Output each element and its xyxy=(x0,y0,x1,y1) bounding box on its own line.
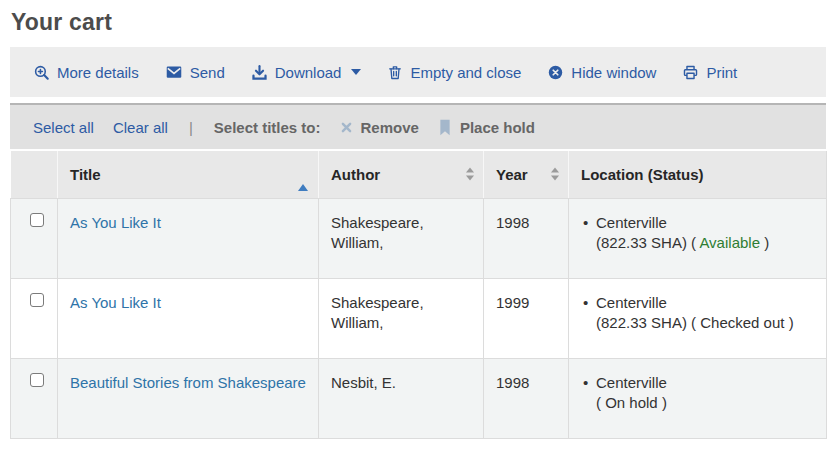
magnify-plus-icon xyxy=(33,64,50,81)
row-checkbox[interactable] xyxy=(30,373,44,387)
place-hold-label: Place hold xyxy=(460,119,535,136)
sort-ascending-icon xyxy=(298,184,308,191)
call-status-line: ( On hold ) xyxy=(596,393,814,413)
location-cell: Centerville (822.33 SHA) ( Available ) xyxy=(569,198,827,278)
location-item: Centerville (822.33 SHA) ( Available ) xyxy=(596,213,814,253)
remove-button[interactable]: Remove xyxy=(340,119,419,136)
x-circle-icon xyxy=(547,64,564,81)
selection-toolbar: Select all Clear all | Select titles to:… xyxy=(10,103,826,149)
title-column-header[interactable]: Title xyxy=(58,151,319,198)
download-button[interactable]: Download xyxy=(251,64,362,81)
library-name: Centerville xyxy=(596,373,814,393)
clear-all-link[interactable]: Clear all xyxy=(113,119,168,136)
empty-and-close-label: Empty and close xyxy=(410,64,521,81)
location-cell: Centerville (822.33 SHA) ( Checked out ) xyxy=(569,278,827,358)
row-checkbox[interactable] xyxy=(30,213,44,227)
author-cell: Shakespeare, William, xyxy=(319,198,484,278)
library-name: Centerville xyxy=(596,213,814,233)
envelope-icon xyxy=(165,64,183,80)
send-label: Send xyxy=(190,64,225,81)
download-label: Download xyxy=(275,64,342,81)
select-column-header xyxy=(11,151,58,198)
title-link[interactable]: As You Like It xyxy=(70,294,161,311)
location-cell: Centerville ( On hold ) xyxy=(569,358,827,438)
status-badge: Available xyxy=(699,234,760,251)
row-checkbox[interactable] xyxy=(30,293,44,307)
bookmark-icon xyxy=(438,119,452,136)
author-cell: Shakespeare, William, xyxy=(319,278,484,358)
title-link[interactable]: As You Like It xyxy=(70,214,161,231)
x-icon xyxy=(340,121,353,134)
author-cell: Nesbit, E. xyxy=(319,358,484,438)
year-cell: 1999 xyxy=(484,278,569,358)
year-header-label: Year xyxy=(496,166,528,183)
select-titles-label: Select titles to: xyxy=(214,119,321,136)
title-header-label: Title xyxy=(70,166,101,183)
print-button[interactable]: Print xyxy=(682,64,737,81)
table-header-row: Title Author Year Location (Status) xyxy=(11,151,827,198)
table-row: As You Like It Shakespeare, William, 199… xyxy=(11,198,827,278)
title-cell: As You Like It xyxy=(58,278,319,358)
year-cell: 1998 xyxy=(484,358,569,438)
hide-window-label: Hide window xyxy=(571,64,656,81)
location-column-header: Location (Status) xyxy=(569,151,827,198)
author-header-label: Author xyxy=(331,166,380,183)
more-details-button[interactable]: More details xyxy=(33,64,139,81)
printer-icon xyxy=(682,64,699,81)
library-name: Centerville xyxy=(596,293,814,313)
year-column-header[interactable]: Year xyxy=(484,151,569,198)
caret-down-icon xyxy=(351,69,361,75)
send-button[interactable]: Send xyxy=(165,64,225,81)
table-row: As You Like It Shakespeare, William, 199… xyxy=(11,278,827,358)
author-column-header[interactable]: Author xyxy=(319,151,484,198)
call-status-line: (822.33 SHA) ( Available ) xyxy=(596,233,814,253)
table-row: Beautiful Stories from Shakespeare Nesbi… xyxy=(11,358,827,438)
place-hold-button[interactable]: Place hold xyxy=(438,119,535,136)
checkbox-cell xyxy=(11,198,58,278)
cart-toolbar: More details Send Download xyxy=(10,47,826,97)
location-item: Centerville (822.33 SHA) ( Checked out ) xyxy=(596,293,814,333)
print-label: Print xyxy=(706,64,737,81)
checkbox-cell xyxy=(11,278,58,358)
more-details-label: More details xyxy=(57,64,139,81)
download-icon xyxy=(251,64,268,81)
title-cell: Beautiful Stories from Shakespeare xyxy=(58,358,319,438)
page-title: Your cart xyxy=(11,9,826,36)
checkbox-cell xyxy=(11,358,58,438)
location-item: Centerville ( On hold ) xyxy=(596,373,814,413)
empty-and-close-button[interactable]: Empty and close xyxy=(387,64,521,81)
sort-both-icon xyxy=(466,168,474,181)
call-status-line: (822.33 SHA) ( Checked out ) xyxy=(596,313,814,333)
cart-window: Your cart More details Send xyxy=(0,0,837,439)
hide-window-button[interactable]: Hide window xyxy=(547,64,656,81)
separator: | xyxy=(189,119,193,136)
select-all-link[interactable]: Select all xyxy=(33,119,94,136)
sort-both-icon xyxy=(551,168,559,181)
remove-label: Remove xyxy=(361,119,419,136)
location-header-label: Location (Status) xyxy=(581,166,704,183)
status-badge: On hold xyxy=(605,394,658,411)
title-link[interactable]: Beautiful Stories from Shakespeare xyxy=(70,374,306,391)
title-cell: As You Like It xyxy=(58,198,319,278)
status-badge: Checked out xyxy=(700,314,784,331)
cart-table: Title Author Year Location (Status) xyxy=(10,151,827,439)
trash-icon xyxy=(387,64,403,81)
year-cell: 1998 xyxy=(484,198,569,278)
